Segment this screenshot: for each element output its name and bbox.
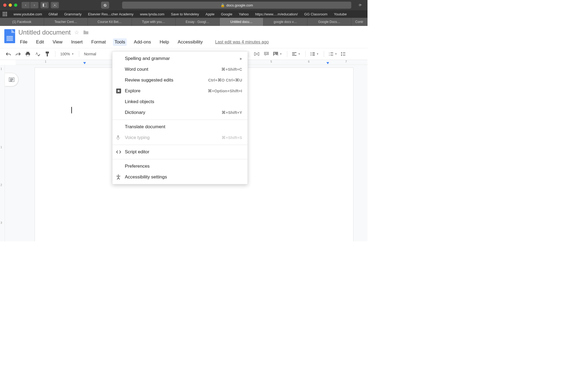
browser-tab[interactable]: google docs v… [263,18,308,26]
browser-tab[interactable]: Course Kit Bet… [88,18,132,26]
grammarly-extension-icon[interactable]: G [101,2,109,9]
bookmark-item[interactable]: Youtube [334,12,347,16]
menu-item-spelling-grammar[interactable]: Spelling and grammar▶ [112,53,248,64]
image-button[interactable]: ▼ [273,52,282,56]
code-icon [116,150,122,154]
svg-point-26 [341,55,342,56]
paragraph-style-dropdown[interactable]: Normal [84,52,96,56]
svg-point-14 [274,53,275,54]
undo-button[interactable] [5,51,11,57]
menu-item-voice-typing: Voice typing⌘+Shift+S [112,132,248,143]
address-bar[interactable]: 🔒 docs.google.com [122,2,351,9]
star-icon[interactable]: ☆ [74,29,79,36]
menu-item-translate[interactable]: Translate document [112,121,248,132]
menu-separator [112,120,248,120]
minimize-window-button[interactable] [9,4,12,7]
menu-item-review-edits[interactable]: Review suggested editsCtrl+⌘O Ctrl+⌘U [112,75,248,86]
svg-text:+: + [265,52,267,55]
move-folder-icon[interactable] [83,30,89,35]
document-title[interactable]: Untitled document [18,29,71,36]
browser-tab[interactable]: Type with you… [132,18,176,26]
forward-button[interactable]: › [30,2,38,8]
menu-view[interactable]: View [51,38,64,46]
line-spacing-button[interactable]: ▼ [310,52,319,56]
numbered-list-button[interactable]: 12▼ [329,52,337,56]
browser-tab[interactable]: Google Docs… [308,18,352,26]
browser-tab[interactable]: Contr [351,18,368,26]
svg-rect-8 [47,53,48,56]
menu-bar: File Edit View Insert Format Tools Add-o… [18,38,363,46]
menu-format[interactable]: Format [90,38,108,46]
lock-icon: 🔒 [220,3,225,7]
print-button[interactable] [25,51,31,57]
fullscreen-window-button[interactable] [14,4,17,7]
browser-tab[interactable]: Essay - Googl… [176,18,220,26]
bookmark-item[interactable]: Grammarly [64,12,81,16]
menu-insert[interactable]: Insert [69,38,84,46]
menu-item-script-editor[interactable]: Script editor [112,147,248,157]
vertical-ruler[interactable]: 1 1 2 3 [0,65,5,241]
bookmark-item[interactable]: Apple [205,12,214,16]
sidebar-button[interactable] [41,2,49,8]
menu-accessibility[interactable]: Accessibility [176,38,205,46]
menu-item-preferences[interactable]: Preferences [112,161,248,172]
menu-separator [112,145,248,145]
submenu-arrow-icon: ▶ [240,57,242,60]
svg-text:A: A [36,52,38,56]
reload-button[interactable]: ⟳ [356,2,364,8]
comment-button[interactable]: + [263,51,269,57]
bookmark-item[interactable]: GMail [49,12,58,16]
docs-logo-icon[interactable] [4,29,15,43]
browser-tab[interactable]: (1) Facebook [0,18,44,26]
bookmark-item[interactable]: www.youtube.com [14,12,42,16]
menu-file[interactable]: File [18,38,29,46]
back-button[interactable]: ‹ [22,2,30,8]
bookmark-item[interactable]: Save to Mendeley [171,12,199,16]
bookmark-item[interactable]: GG Classroom [304,12,328,16]
menu-item-explore[interactable]: Explore⌘+Option+Shift+I [112,86,248,96]
tab-strip: (1) Facebook Teacher Cent… Course Kit Be… [0,18,368,26]
menu-tools[interactable]: Tools [113,38,127,46]
explore-icon [116,89,122,93]
bookmark-item[interactable]: www.lynda.com [140,12,164,16]
link-button[interactable] [254,51,260,57]
menu-item-word-count[interactable]: Word count⌘+Shift+C [112,64,248,75]
svg-rect-7 [46,52,49,53]
browser-toolbar: ‹ › G 🔒 docs.google.com ⟳ [0,0,368,10]
svg-rect-3 [26,52,29,53]
top-sites-button[interactable] [51,2,59,8]
menu-item-linked-objects[interactable]: Linked objects [112,96,248,107]
bullet-list-button[interactable] [341,52,345,56]
redo-button[interactable] [15,51,21,57]
menu-separator [112,159,248,159]
outline-toggle-button[interactable] [5,73,18,86]
docs-header: Untitled document ☆ File Edit View Inser… [0,26,368,46]
bookmark-item[interactable]: Google [221,12,232,16]
menu-item-accessibility-settings[interactable]: Accessibility settings [112,172,248,182]
menu-edit[interactable]: Edit [34,38,45,46]
bookmark-item[interactable]: https://www.…m/education/ [255,12,298,16]
menu-help[interactable]: Help [158,38,171,46]
indent-marker-right[interactable] [326,62,329,64]
svg-rect-5 [26,55,29,56]
close-window-button[interactable] [3,4,6,7]
browser-tab-active[interactable]: Untitled docu… [220,18,264,26]
indent-marker-left[interactable] [83,62,86,64]
menu-item-dictionary[interactable]: Dictionary⌘+Shift+Y [112,107,248,118]
last-edit-link[interactable]: Last edit was 4 minutes ago [215,40,269,45]
bookmark-item[interactable]: Elsevier Res…cher Academy [88,12,133,16]
spellcheck-button[interactable]: A [35,51,41,57]
window-controls [3,4,17,7]
paint-format-button[interactable] [44,51,50,57]
bookmark-item[interactable]: Yahoo [239,12,249,16]
align-button[interactable]: ▼ [292,52,300,56]
svg-text:2: 2 [329,54,330,56]
mic-icon [116,135,122,140]
show-all-bookmarks-icon[interactable] [3,12,7,16]
zoom-dropdown[interactable]: 100%▼ [60,52,74,56]
svg-rect-1 [43,4,44,7]
url-host: docs.google.com [226,3,253,7]
svg-point-35 [118,175,119,176]
browser-tab[interactable]: Teacher Cent… [44,18,88,26]
menu-addons[interactable]: Add-ons [132,38,152,46]
